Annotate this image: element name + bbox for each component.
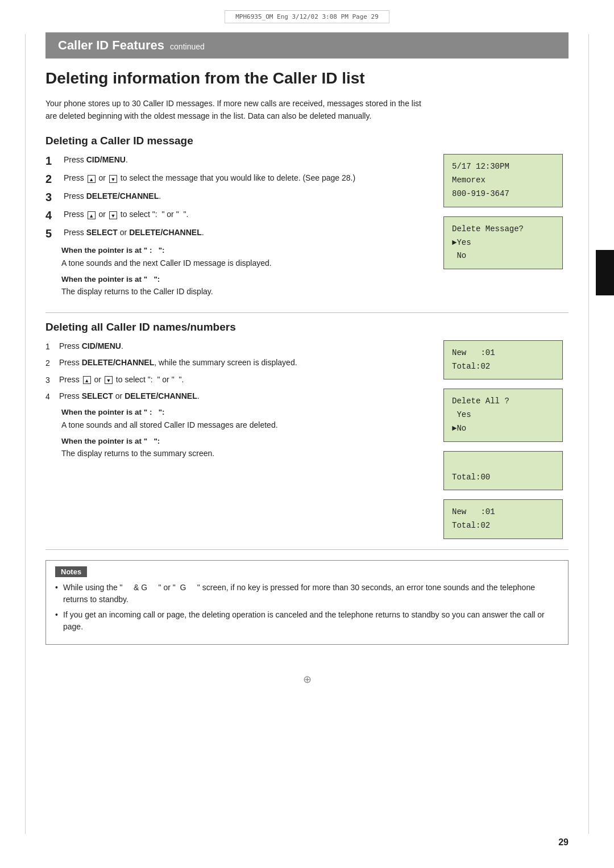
when-pointer-all-yes-label: When the pointer is at " : ": <box>61 407 432 418</box>
arrow-up3-icon: ▲ <box>83 376 91 384</box>
step-4-num: 4 <box>45 208 61 222</box>
hr-divider-notes <box>45 549 569 550</box>
intro-text: Your phone stores up to 30 Caller ID mes… <box>45 97 432 123</box>
delete-all-row: 1 Press CID/MENU. 2 Press DELETE/CHANNEL… <box>45 340 569 539</box>
when-pointer-all-yes-desc: A tone sounds and all stored Caller ID m… <box>61 419 432 431</box>
margin-line-left <box>25 34 26 834</box>
step-5-num: 5 <box>45 227 61 240</box>
bottom-crosshair: ⊕ <box>0 667 614 689</box>
when-pointer-yes-desc: A tone sounds and the next Caller ID mes… <box>61 257 432 269</box>
print-header-text: MPH6935_OM Eng 3/12/02 3:08 PM Page 29 <box>225 10 389 23</box>
step-3: 3 Press DELETE/CHANNEL. <box>45 190 432 204</box>
all-step-4-text: Press SELECT or DELETE/CHANNEL. <box>59 390 432 402</box>
margin-line-right <box>588 34 589 834</box>
when-pointer-no-desc: The display returns to the Caller ID dis… <box>61 286 432 298</box>
all-step-1-num: 1 <box>45 340 56 353</box>
lcd-screen-new-total-after: New :01 Total:02 <box>443 499 563 539</box>
step-2-num: 2 <box>45 172 61 186</box>
step-4: 4 Press ▲ or ▼ to select ": " or " ". <box>45 208 432 222</box>
all-step-3-num: 3 <box>45 374 56 386</box>
notes-list: While using the " & G " or " G " screen,… <box>55 582 559 633</box>
note-item-1: While using the " & G " or " G " screen,… <box>55 582 559 606</box>
all-step-2-text: Press DELETE/CHANNEL, while the summary … <box>59 357 432 369</box>
delete-message-steps: 1 Press CID/MENU. 2 Press ▲ or ▼ to sele… <box>45 154 443 302</box>
lcd-screen-new-total-before: New :01 Total:02 <box>443 340 563 380</box>
all-step-4: 4 Press SELECT or DELETE/CHANNEL. <box>45 390 432 403</box>
all-step-1-text: Press CID/MENU. <box>59 340 432 352</box>
hr-divider-1 <box>45 312 569 313</box>
all-step-4-num: 4 <box>45 390 56 403</box>
delete-message-screens: 5/17 12:30PM Memorex 800-919-3647 Delete… <box>443 154 569 302</box>
step-5: 5 Press SELECT or DELETE/CHANNEL. <box>45 227 432 240</box>
when-pointer-all-no-label: When the pointer is at " ": <box>61 436 432 447</box>
note-item-2: If you get an incoming call or page, the… <box>55 609 559 633</box>
all-step-2: 2 Press DELETE/CHANNEL, while the summar… <box>45 357 432 369</box>
arrow-up-icon: ▲ <box>88 175 96 183</box>
delete-message-subtitle: Deleting a Caller ID message <box>45 135 569 147</box>
lcd-screen-caller-info: 5/17 12:30PM Memorex 800-919-3647 <box>443 154 563 207</box>
arrow-up2-icon: ▲ <box>88 211 96 219</box>
page-title: Deleting information from the Caller ID … <box>45 69 569 88</box>
section-banner-title: Caller ID Features <box>58 38 164 53</box>
all-step-2-num: 2 <box>45 357 56 369</box>
delete-message-row: 1 Press CID/MENU. 2 Press ▲ or ▼ to sele… <box>45 154 569 302</box>
when-pointer-all-no: When the pointer is at " ": The display … <box>61 436 432 460</box>
step-1-num: 1 <box>45 154 61 168</box>
when-pointer-yes-label: When the pointer is at " : ": <box>61 245 432 256</box>
all-step-1: 1 Press CID/MENU. <box>45 340 432 353</box>
all-step-3: 3 Press ▲ or ▼ to select ": " or " ". <box>45 374 432 386</box>
arrow-down2-icon: ▼ <box>109 211 117 219</box>
lcd-screen-total-zero: Total:00 <box>443 451 563 491</box>
delete-all-screens: New :01 Total:02 Delete All ? Yes ►No To… <box>443 340 569 539</box>
step-3-text: Press DELETE/CHANNEL. <box>64 190 432 202</box>
page-container: MPH6935_OM Eng 3/12/02 3:08 PM Page 29 C… <box>0 0 614 868</box>
print-header: MPH6935_OM Eng 3/12/02 3:08 PM Page 29 <box>0 0 614 27</box>
notes-section: Notes While using the " & G " or " G " s… <box>45 560 569 645</box>
step-1-text: Press CID/MENU. <box>64 154 432 166</box>
page-number: 29 <box>558 837 569 848</box>
all-step-3-text: Press ▲ or ▼ to select ": " or " ". <box>59 374 432 386</box>
step-1: 1 Press CID/MENU. <box>45 154 432 168</box>
main-content: Caller ID Features continued Deleting in… <box>0 27 614 667</box>
lcd-screen-delete-msg: Delete Message? ►Yes No <box>443 216 563 269</box>
when-pointer-yes: When the pointer is at " : ": A tone sou… <box>61 245 432 269</box>
step-5-text: Press SELECT or DELETE/CHANNEL. <box>64 227 432 239</box>
when-pointer-all-yes: When the pointer is at " : ": A tone sou… <box>61 407 432 431</box>
step-2-text: Press ▲ or ▼ to select the message that … <box>64 172 432 184</box>
right-tab <box>596 250 614 295</box>
when-pointer-no: When the pointer is at " ": The display … <box>61 274 432 298</box>
lcd-screen-delete-all: Delete All ? Yes ►No <box>443 389 563 441</box>
arrow-down3-icon: ▼ <box>105 376 113 384</box>
arrow-down-icon: ▼ <box>109 175 117 183</box>
when-pointer-all-no-desc: The display returns to the summary scree… <box>61 448 432 460</box>
section-banner: Caller ID Features continued <box>45 32 569 59</box>
when-pointer-no-label: When the pointer is at " ": <box>61 274 432 285</box>
step-3-num: 3 <box>45 190 61 204</box>
step-2: 2 Press ▲ or ▼ to select the message tha… <box>45 172 432 186</box>
step-4-text: Press ▲ or ▼ to select ": " or " ". <box>64 208 432 220</box>
delete-all-steps: 1 Press CID/MENU. 2 Press DELETE/CHANNEL… <box>45 340 443 539</box>
delete-all-subtitle: Deleting all Caller ID names/numbers <box>45 321 569 333</box>
notes-header: Notes <box>55 566 87 577</box>
section-banner-continued: continued <box>170 42 205 51</box>
